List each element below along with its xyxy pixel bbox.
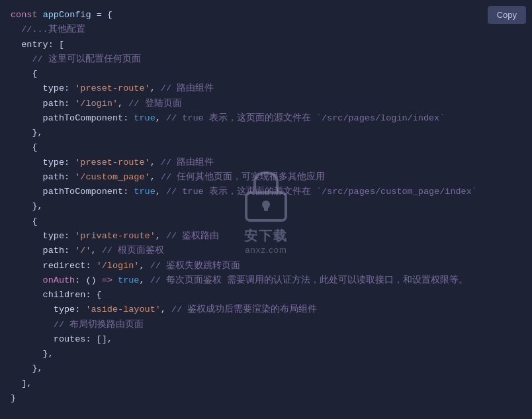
code-line: }, [11, 199, 521, 214]
code-line: // 布局切换路由页面 [11, 318, 521, 332]
code-line: } [11, 391, 521, 406]
copy-button[interactable]: Copy [488, 6, 526, 24]
code-line: ], [11, 377, 521, 391]
code-line: path: '/custom_page', // 任何其他页面，可实现很多其他应… [11, 170, 521, 185]
code-line: pathToComponent: true, // true 表示，这页面的源文… [11, 185, 521, 199]
code-line: onAuth: () => true, // 每次页面鉴权 需要调用的认证方法，… [11, 273, 521, 288]
code-block: const appConfig = { //...其他配置 entry: [ /… [11, 8, 521, 406]
code-line: type: 'aside-layout', // 鉴权成功后需要渲染的布局组件 [11, 303, 521, 317]
code-line: }, [11, 347, 521, 361]
code-line: { [11, 67, 521, 81]
code-line: // 这里可以配置任何页面 [11, 52, 521, 67]
code-line: }, [11, 126, 521, 140]
code-line: type: 'private-route', // 鉴权路由 [11, 229, 521, 244]
code-line: }, [11, 361, 521, 376]
code-line: routes: [], [11, 332, 521, 347]
code-line: { [11, 140, 521, 155]
code-line: const appConfig = { [11, 8, 521, 23]
code-line: entry: [ [11, 38, 521, 52]
code-line: path: '/login', // 登陆页面 [11, 97, 521, 111]
code-line: //...其他配置 [11, 23, 521, 37]
code-container: Copy const appConfig = { //...其他配置 entry… [0, 0, 532, 419]
code-line: children: { [11, 288, 521, 303]
code-line: pathToComponent: true, // true 表示，这页面的源文… [11, 111, 521, 126]
code-line: { [11, 214, 521, 229]
code-line: redirect: '/login', // 鉴权失败跳转页面 [11, 259, 521, 273]
code-line: type: 'preset-route', // 路由组件 [11, 156, 521, 170]
code-line: type: 'preset-route', // 路由组件 [11, 81, 521, 96]
code-line: path: '/', // 根页面鉴权 [11, 244, 521, 258]
